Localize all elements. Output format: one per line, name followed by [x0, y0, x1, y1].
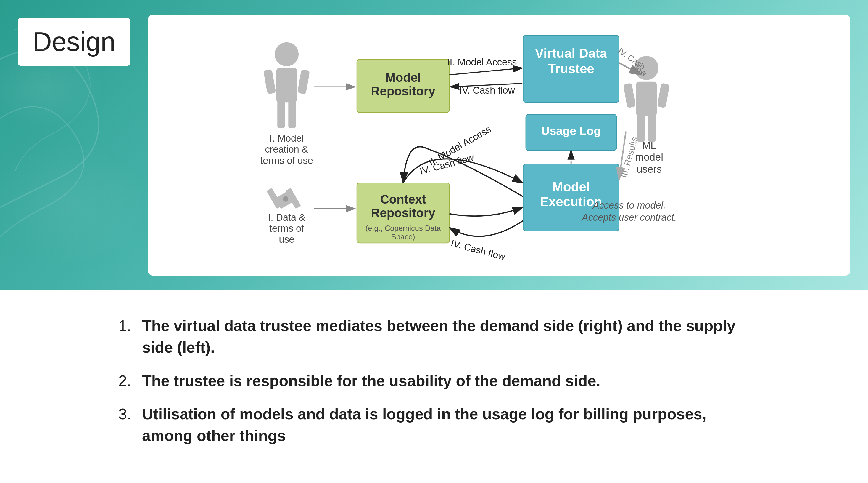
svg-text:Model: Model	[385, 70, 421, 84]
svg-text:creation &: creation &	[265, 144, 308, 155]
svg-line-35	[450, 68, 523, 75]
svg-text:(e.g., Copernicus Data: (e.g., Copernicus Data	[366, 224, 441, 232]
svg-rect-45	[648, 114, 655, 142]
svg-text:ML: ML	[642, 140, 656, 151]
svg-text:Access to model.: Access to model.	[592, 200, 666, 211]
svg-text:I. Model: I. Model	[270, 133, 304, 144]
satellite-icon	[267, 188, 301, 209]
svg-rect-3	[288, 101, 296, 128]
svg-rect-4	[264, 69, 276, 94]
person-left-icon	[264, 42, 310, 128]
svg-text:users: users	[637, 164, 662, 175]
bullet-text-3: Utilisation of models and data is logged…	[142, 403, 750, 447]
svg-text:Virtual Data: Virtual Data	[535, 46, 607, 60]
svg-point-13	[283, 196, 288, 202]
svg-text:model: model	[635, 151, 663, 163]
bullet-item-1: The virtual data trustee mediates betwee…	[118, 315, 750, 358]
bullet-item-3: Utilisation of models and data is logged…	[118, 403, 750, 447]
svg-rect-43	[636, 82, 657, 116]
bullet-text-1: The virtual data trustee mediates betwee…	[142, 315, 750, 358]
bullet-list: The virtual data trustee mediates betwee…	[118, 315, 750, 458]
svg-rect-46	[623, 83, 636, 108]
svg-text:IV. Cash flow: IV. Cash flow	[459, 85, 515, 96]
svg-rect-47	[657, 83, 670, 108]
svg-text:Usage Log: Usage Log	[541, 124, 601, 137]
svg-text:Repository: Repository	[371, 206, 436, 220]
diagram-box: I. Model creation & terms of use I. Data…	[148, 15, 850, 276]
bullet-item-2: The trustee is responsible for the usabi…	[118, 370, 750, 392]
svg-text:Model: Model	[552, 179, 590, 194]
svg-text:IV. Cash flow: IV. Cash flow	[450, 238, 506, 262]
svg-text:Repository: Repository	[371, 84, 436, 98]
svg-text:use: use	[279, 234, 294, 245]
svg-text:II. Model Access: II. Model Access	[447, 57, 517, 67]
svg-text:Accepts user contract.: Accepts user contract.	[581, 212, 677, 223]
svg-point-0	[275, 42, 299, 66]
svg-text:Space): Space)	[391, 233, 415, 241]
svg-rect-1	[276, 68, 297, 102]
svg-text:I. Data &: I. Data &	[268, 212, 305, 223]
svg-rect-5	[298, 69, 310, 94]
top-section: Design I. Model creation & terms of use	[0, 0, 868, 290]
svg-text:terms of use: terms of use	[260, 155, 313, 166]
svg-rect-44	[637, 114, 645, 142]
svg-text:terms of: terms of	[269, 223, 304, 234]
design-label: Design	[18, 18, 130, 66]
bottom-section: The virtual data trustee mediates betwee…	[0, 290, 868, 483]
svg-rect-2	[277, 101, 285, 128]
svg-text:Context: Context	[380, 192, 426, 206]
svg-text:Trustee: Trustee	[548, 61, 594, 76]
bullet-text-2: The trustee is responsible for the usabi…	[142, 370, 600, 392]
